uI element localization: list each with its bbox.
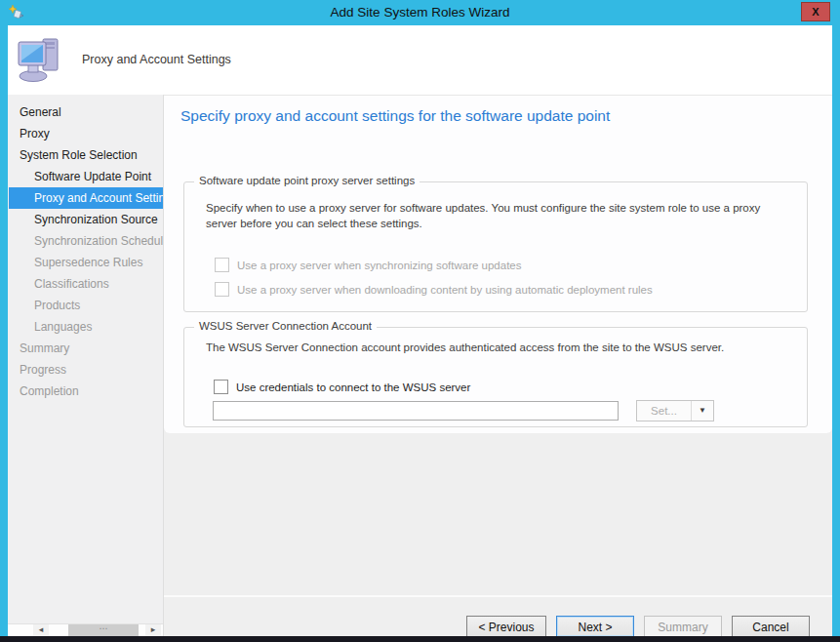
- wizard-steps-sidebar: General Proxy System Role Selection Soft…: [8, 95, 163, 636]
- proxy-groupbox-legend: Software update point proxy server setti…: [194, 175, 420, 186]
- set-account-button-label: Set...: [637, 405, 691, 417]
- sidebar-divider: [163, 95, 164, 636]
- sidebar-item-completion[interactable]: Completion: [8, 381, 163, 402]
- wizard-steps-list: General Proxy System Role Selection Soft…: [8, 101, 163, 402]
- sidebar-item-proxy-and-account-settings[interactable]: Proxy and Account Settings: [9, 187, 163, 209]
- wizard-window: Activate V Activate Windo Windows Go to …: [0, 0, 840, 642]
- window-border-bottom: [0, 636, 840, 642]
- page-title: Specify proxy and account settings for t…: [180, 107, 610, 125]
- computer-icon: [16, 33, 68, 86]
- sidebar-horizontal-scrollbar[interactable]: ◂ ⋯ ▸: [8, 623, 163, 636]
- sidebar-item-synchronization-schedule[interactable]: Synchronization Schedule: [8, 230, 163, 252]
- set-account-button[interactable]: Set... ▼: [636, 400, 714, 421]
- wsus-credentials-checkbox[interactable]: [214, 380, 228, 394]
- close-icon[interactable]: X: [801, 2, 830, 21]
- sidebar-item-classifications[interactable]: Classifications: [8, 273, 163, 295]
- footer-divider: [164, 595, 832, 597]
- proxy-sync-checkbox-label: Use a proxy server when synchronizing so…: [237, 260, 521, 271]
- previous-button[interactable]: < Previous: [466, 616, 546, 637]
- sidebar-item-system-role-selection[interactable]: System Role Selection: [8, 144, 163, 166]
- wsus-credentials-checkbox-label: Use credentials to connect to the WSUS s…: [236, 381, 470, 393]
- sidebar-item-general[interactable]: General: [8, 101, 163, 123]
- window-border-left: [0, 25, 8, 636]
- summary-button[interactable]: Summary: [644, 616, 722, 637]
- wizard-page-name: Proxy and Account Settings: [82, 53, 231, 66]
- proxy-download-checkbox-label: Use a proxy server when downloading cont…: [237, 284, 653, 296]
- chevron-down-icon[interactable]: ▼: [691, 401, 713, 421]
- cancel-button[interactable]: Cancel: [732, 616, 810, 637]
- sidebar-item-languages[interactable]: Languages: [8, 316, 163, 338]
- sidebar-item-synchronization-source[interactable]: Synchronization Source: [8, 209, 163, 230]
- wsus-account-input[interactable]: [213, 401, 619, 421]
- proxy-settings-groupbox: Software update point proxy server setti…: [183, 181, 808, 312]
- sidebar-item-software-update-point[interactable]: Software Update Point: [8, 166, 163, 187]
- next-button[interactable]: Next >: [556, 616, 634, 637]
- sidebar-item-proxy[interactable]: Proxy: [8, 123, 163, 144]
- proxy-download-checkbox-row: Use a proxy server when downloading cont…: [215, 282, 653, 297]
- wsus-credentials-checkbox-row: Use credentials to connect to the WSUS s…: [214, 380, 470, 394]
- scrollbar-thumb[interactable]: ⋯: [68, 624, 139, 636]
- wizard-content: Specify proxy and account settings for t…: [164, 95, 832, 636]
- scroll-left-icon[interactable]: ◂: [33, 624, 49, 636]
- sidebar-item-supersedence-rules[interactable]: Supersedence Rules: [8, 252, 163, 273]
- scroll-right-icon[interactable]: ▸: [145, 624, 161, 636]
- content-card: Specify proxy and account settings for t…: [164, 95, 832, 433]
- proxy-groupbox-description: Specify when to use a proxy server for s…: [206, 200, 789, 231]
- proxy-sync-checkbox[interactable]: [215, 258, 229, 272]
- proxy-download-checkbox[interactable]: [215, 282, 229, 297]
- window-border-right: [832, 25, 840, 636]
- wizard-header: Proxy and Account Settings: [8, 25, 832, 96]
- title-bar[interactable]: Add Site System Roles Wizard X: [0, 0, 840, 25]
- wsus-groupbox-legend: WSUS Server Connection Account: [194, 320, 377, 332]
- window-title: Add Site System Roles Wizard: [0, 5, 840, 20]
- sidebar-item-summary[interactable]: Summary: [8, 338, 163, 359]
- wsus-groupbox-description: The WSUS Server Connection account provi…: [206, 340, 789, 355]
- sidebar-item-products[interactable]: Products: [8, 295, 163, 316]
- sidebar-item-progress[interactable]: Progress: [8, 359, 163, 381]
- proxy-sync-checkbox-row: Use a proxy server when synchronizing so…: [215, 258, 521, 272]
